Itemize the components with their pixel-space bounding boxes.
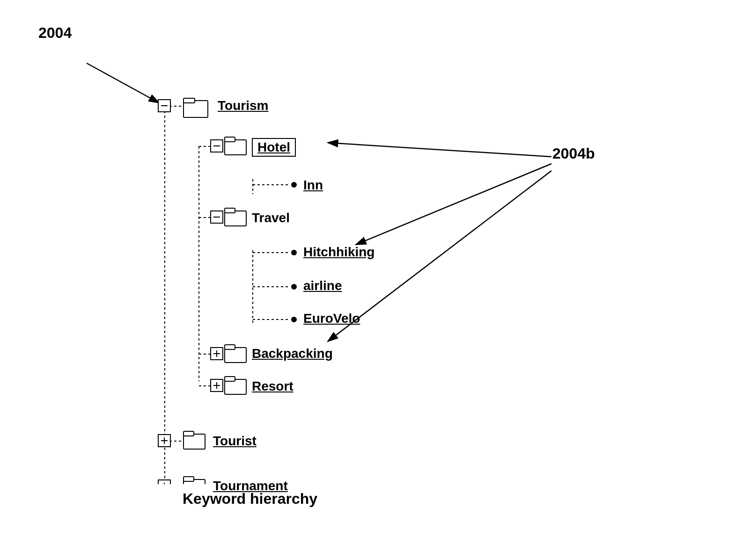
tree-lines-svg xyxy=(145,77,566,484)
node-inn[interactable]: Inn xyxy=(303,178,323,193)
node-tourist[interactable]: Tourist xyxy=(213,434,257,449)
svg-point-32 xyxy=(291,317,297,322)
node-tournament[interactable]: Tournament xyxy=(213,479,288,494)
node-resort[interactable]: Resort xyxy=(252,379,294,394)
node-tourism[interactable]: Tourism xyxy=(218,98,268,113)
node-eurovelo[interactable]: EuroVelo xyxy=(303,311,360,326)
node-hotel[interactable]: Hotel xyxy=(252,138,296,157)
svg-rect-17 xyxy=(225,137,235,142)
svg-rect-44 xyxy=(225,377,235,381)
svg-point-28 xyxy=(291,250,297,255)
svg-point-20 xyxy=(291,182,297,188)
svg-rect-38 xyxy=(225,345,235,349)
svg-rect-56 xyxy=(183,477,194,481)
node-backpacking[interactable]: Backpacking xyxy=(252,346,333,361)
svg-rect-25 xyxy=(225,208,235,213)
node-airline[interactable]: airline xyxy=(303,278,342,293)
svg-point-30 xyxy=(291,284,297,290)
label-2004: 2004 xyxy=(38,24,72,42)
svg-rect-50 xyxy=(183,431,194,436)
node-travel[interactable]: Travel xyxy=(252,211,290,225)
node-hitchhiking[interactable]: Hitchhiking xyxy=(303,245,374,260)
svg-rect-11 xyxy=(183,98,195,103)
